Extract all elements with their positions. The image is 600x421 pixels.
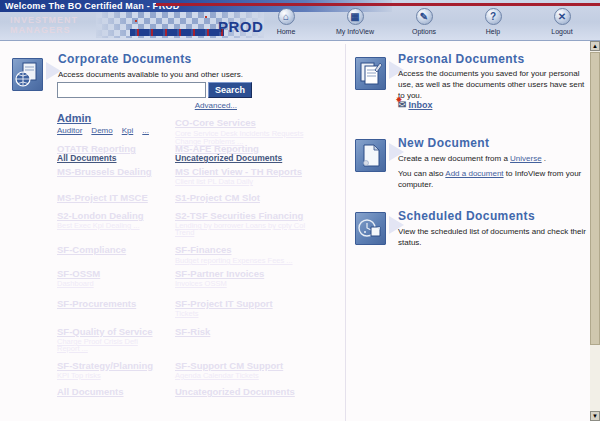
advanced-search-link[interactable]: Advanced... — [195, 101, 237, 110]
ghost-category: SF-Procurements — [57, 298, 136, 309]
corporate-documents-title: Corporate Documents — [58, 52, 192, 66]
uncategorized-documents-link[interactable]: Uncategorized Documents — [175, 153, 282, 163]
ghost-category: SF-Partner Invoices — [175, 268, 264, 279]
new-mail-star-icon: ✸ — [396, 96, 402, 103]
personal-documents-description: Access the documents you saved for your … — [398, 68, 590, 102]
ghost-category: SF-Support CM Support — [175, 360, 283, 371]
search-area: Search — [57, 82, 252, 98]
nav-options-label: Options — [412, 28, 436, 35]
help-icon: ? — [485, 8, 502, 25]
ghost-category: All Documents — [57, 386, 124, 397]
nav-options-button[interactable]: ✎ Options — [398, 8, 450, 35]
category-admin-link[interactable]: Admin — [57, 112, 91, 124]
ghost-category: OTATR Reporting — [57, 143, 136, 154]
decor-dot — [135, 20, 137, 22]
uncategorized-documents: Uncategorized Documents — [175, 153, 282, 163]
scheduled-documents-description: View the scheduled list of documents and… — [398, 226, 590, 248]
vertical-scrollbar[interactable]: ▲ ▼ — [590, 41, 600, 421]
personal-documents-title: Personal Documents — [398, 52, 525, 66]
ghost-category: SF-Risk — [175, 326, 210, 337]
new-document-line1: Create a new document from a Universe . — [398, 153, 590, 164]
nav-help-label: Help — [486, 28, 500, 35]
ghost-sublinks: Trend — [175, 228, 194, 237]
logout-icon: ✕ — [554, 8, 571, 25]
nav-home-button[interactable]: ⌂ Home — [260, 8, 312, 35]
new-document-title: New Document — [398, 136, 489, 150]
new-document-icon — [355, 139, 386, 172]
header-banner: INVESTMENT MANAGERS Welcome The BO Certi… — [0, 0, 600, 41]
red-accent-line — [156, 3, 600, 6]
inbox-envelope-icon: ✉ ✸ — [398, 100, 406, 110]
nav-home-label: Home — [277, 28, 296, 35]
ghost-category: MS Client View - TH Reports — [175, 166, 302, 177]
scroll-down-button[interactable]: ▼ — [590, 411, 600, 421]
header-ghost-text: MANAGERS — [10, 25, 71, 35]
ghost-category: SF-Project IT Support — [175, 298, 273, 309]
nav-my-infoview-label: My InfoView — [336, 28, 374, 35]
ghost-category: MS-Project IT MSCE — [57, 192, 148, 203]
admin-subcategories: Auditor Demo Kpi ... — [57, 126, 149, 135]
ghost-sublinks: Tickets — [175, 309, 198, 318]
infoview-home-page: { "window": { "title": "Welcome The BO C… — [0, 0, 600, 421]
personal-documents-icon — [355, 57, 386, 90]
ghost-sublinks: KPI Top risks — [57, 371, 101, 380]
decor-dot — [205, 16, 207, 18]
header-nav: ⌂ Home ▦ My InfoView ✎ Options ? Help ✕ … — [260, 8, 588, 35]
ghost-category: CO-Core Services — [175, 117, 256, 128]
ghost-sublinks: Budget reporting Expenses Fees ... — [175, 256, 293, 265]
subcategory-auditor-link[interactable]: Auditor — [57, 126, 82, 135]
ghost-category: SF-Quality of Service — [57, 326, 153, 337]
ghost-sublinks: Invoices OSSM — [175, 279, 227, 288]
ghost-category: Uncategorized Documents — [175, 386, 295, 397]
inbox-link[interactable]: Inbox — [408, 100, 432, 110]
my-infoview-icon: ▦ — [347, 8, 364, 25]
all-documents: All Documents — [57, 153, 117, 163]
scheduled-documents-icon — [355, 212, 386, 245]
search-input[interactable] — [57, 82, 206, 98]
ghost-category: MS-Brussels Dealing — [57, 166, 152, 177]
corporate-documents-description: Access documents available to you and ot… — [58, 69, 328, 80]
ghost-sublinks: Agenda Calendar Tickets — [175, 371, 259, 380]
ghost-category: SF-Finances — [175, 244, 232, 255]
nav-logout-button[interactable]: ✕ Logout — [536, 8, 588, 35]
universe-link[interactable]: Universe — [510, 154, 542, 163]
header-ghost-text: INVESTMENT — [10, 15, 78, 25]
nav-help-button[interactable]: ? Help — [467, 8, 519, 35]
ghost-category: SF-OSSM — [57, 268, 100, 279]
ghost-category: MS-AFE Reporting — [175, 143, 259, 154]
line1-pre: Create a new document from a — [398, 154, 510, 163]
corporate-documents-icon — [12, 58, 43, 91]
ghost-category: S1-Project CM Slot — [175, 192, 260, 203]
inbox-row: ✉ ✸ Inbox — [398, 100, 432, 110]
environment-label: PROD — [218, 18, 263, 35]
line1-post: . — [542, 154, 546, 163]
ghost-category: S2-TSF Securities Financing — [175, 210, 303, 221]
ghost-sublinks: Lending by borrower Loans by cpty Col — [175, 221, 305, 230]
subcategory-kpi-link[interactable]: Kpi — [122, 126, 134, 135]
all-documents-link[interactable]: All Documents — [57, 153, 117, 163]
ghost-category: SF-Strategy/Planning — [57, 360, 153, 371]
advanced-search-row: Advanced... — [57, 101, 237, 110]
ghost-category: SF-Compliance — [57, 244, 126, 255]
options-icon: ✎ — [416, 8, 433, 25]
ghost-sublinks: Dashboard — [57, 279, 94, 288]
ghost-sublinks: Best Exec Kpi Dealing ... — [57, 221, 140, 230]
new-document-line2: You can also Add a document to InfoView … — [398, 168, 590, 190]
column-divider — [345, 44, 346, 421]
nav-logout-label: Logout — [551, 28, 572, 35]
subcategory-more-link[interactable]: ... — [142, 126, 149, 135]
category-admin: Admin — [57, 112, 91, 124]
ghost-sublinks: Client list PL Data Daily — [175, 177, 253, 186]
ghost-sublinks: Report ... — [57, 344, 88, 353]
mosaic-strip — [130, 29, 224, 36]
nav-my-infoview-button[interactable]: ▦ My InfoView — [329, 8, 381, 35]
subcategory-demo-link[interactable]: Demo — [91, 126, 112, 135]
search-button[interactable]: Search — [208, 82, 252, 98]
line2-pre: You can also — [398, 169, 445, 178]
scrollbar-thumb[interactable] — [590, 52, 600, 345]
scroll-up-button[interactable]: ▲ — [590, 41, 600, 51]
window-title: Welcome The BO Certified Man - PROD — [5, 1, 179, 11]
scheduled-documents-title: Scheduled Documents — [398, 209, 535, 223]
add-a-document-link[interactable]: Add a document — [445, 169, 503, 178]
ghost-category: S2-London Dealing — [57, 210, 144, 221]
